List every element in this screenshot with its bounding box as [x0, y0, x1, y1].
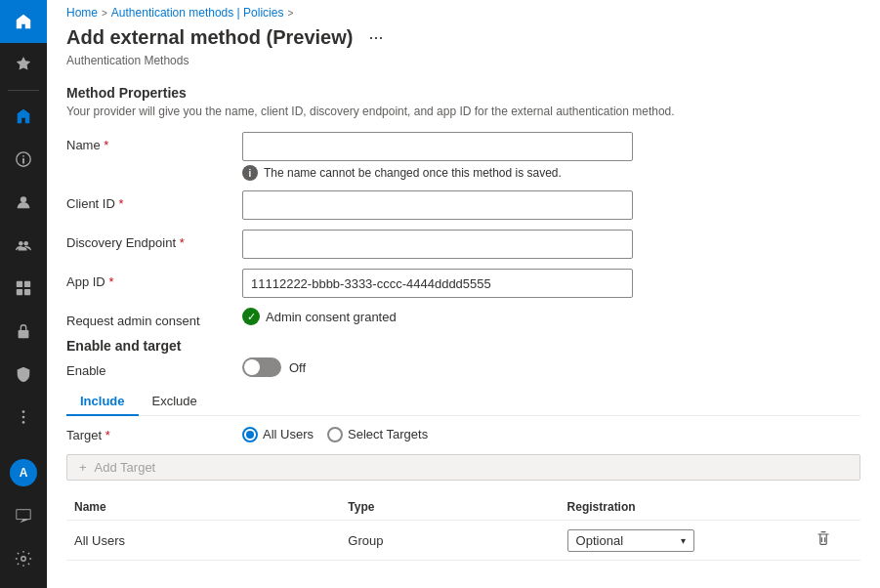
svg-rect-1 — [22, 158, 24, 163]
page-subtitle: Authentication Methods — [47, 54, 880, 75]
trash-icon — [816, 530, 831, 546]
method-properties-heading: Method Properties — [66, 85, 860, 101]
discovery-endpoint-row: Discovery Endpoint * — [66, 230, 860, 259]
row-name: All Users — [66, 521, 340, 561]
sidebar: A — [0, 0, 47, 588]
client-id-label: Client ID * — [66, 190, 242, 211]
registration-select[interactable]: Optional ▾ — [567, 529, 694, 552]
svg-point-4 — [19, 241, 23, 246]
svg-rect-6 — [17, 281, 22, 287]
svg-point-13 — [22, 421, 25, 424]
radio-all-users[interactable]: All Users — [242, 427, 314, 442]
svg-point-12 — [22, 416, 25, 419]
enable-state-label: Off — [289, 360, 306, 375]
sidebar-item-feedback[interactable] — [0, 494, 47, 537]
sidebar-item-more[interactable] — [0, 396, 47, 439]
enable-toggle[interactable] — [242, 357, 281, 377]
name-input-wrap: i The name cannot be changed once this m… — [242, 132, 633, 181]
consent-check-icon: ✓ — [242, 308, 260, 325]
info-icon: i — [242, 165, 258, 181]
svg-point-11 — [22, 410, 25, 413]
radio-circle-select-targets — [327, 427, 343, 442]
tab-include[interactable]: Include — [66, 388, 139, 416]
form-area: Method Properties Your provider will giv… — [47, 75, 880, 588]
svg-point-14 — [21, 557, 26, 562]
admin-consent-text: Admin consent granted — [266, 310, 397, 324]
method-properties-desc: Your provider will give you the name, cl… — [66, 105, 860, 118]
row-delete — [806, 521, 860, 561]
toggle-knob — [244, 359, 260, 375]
col-header-type: Type — [340, 494, 559, 521]
more-options-button[interactable]: ··· — [362, 25, 389, 50]
delete-row-button[interactable] — [814, 528, 833, 552]
page-header: Add external method (Preview) ··· — [47, 21, 880, 54]
target-radio-group: All Users Select Targets — [242, 427, 428, 442]
table-row: All Users Group Optional ▾ — [66, 521, 860, 561]
add-target-button: + Add Target — [66, 454, 860, 481]
sidebar-item-protection[interactable] — [0, 353, 47, 396]
avatar: A — [10, 459, 37, 486]
app-id-input-wrap — [242, 269, 633, 298]
admin-consent-status: ✓ Admin consent granted — [242, 308, 397, 325]
breadcrumb-sep2: > — [287, 8, 293, 19]
client-id-input[interactable] — [242, 190, 633, 220]
discovery-endpoint-input[interactable] — [242, 230, 633, 259]
target-label: Target * — [66, 426, 242, 442]
admin-consent-row: Request admin consent ✓ Admin consent gr… — [66, 308, 860, 328]
add-target-label: Add Target — [95, 460, 156, 475]
enable-row: Enable Off — [66, 357, 860, 378]
client-id-input-wrap — [242, 190, 633, 220]
admin-consent-label: Request admin consent — [66, 308, 242, 328]
page-title: Add external method (Preview) — [66, 26, 353, 49]
sidebar-item-azure-ad[interactable] — [0, 95, 47, 138]
sidebar-item-apps[interactable] — [0, 267, 47, 310]
enable-target-heading: Enable and target — [66, 338, 860, 354]
sidebar-item-info[interactable] — [0, 138, 47, 181]
breadcrumb-sep1: > — [102, 8, 107, 19]
name-input[interactable] — [242, 132, 633, 161]
sidebar-item-favorites[interactable] — [0, 43, 47, 86]
sidebar-item-home[interactable] — [0, 0, 47, 43]
col-header-name: Name — [66, 494, 340, 521]
radio-label-select-targets: Select Targets — [348, 427, 428, 441]
include-exclude-tabs: Include Exclude — [66, 388, 860, 416]
radio-label-all-users: All Users — [263, 427, 314, 441]
breadcrumb-policies[interactable]: Authentication methods | Policies — [111, 6, 284, 20]
sidebar-item-users[interactable] — [0, 181, 47, 224]
breadcrumb-home[interactable]: Home — [66, 6, 98, 20]
sidebar-item-settings[interactable] — [0, 537, 47, 580]
radio-dot-all-users — [246, 431, 254, 439]
chevron-down-icon: ▾ — [681, 535, 686, 546]
name-row: Name * i The name cannot be changed once… — [66, 132, 860, 181]
svg-point-3 — [21, 196, 26, 202]
target-row: Target * All Users Select Targets — [66, 426, 860, 442]
svg-rect-7 — [24, 281, 30, 287]
sidebar-divider — [8, 90, 39, 91]
main-content: Home > Authentication methods | Policies… — [47, 0, 880, 588]
name-label: Name * — [66, 132, 242, 152]
radio-circle-all-users — [242, 427, 258, 442]
svg-point-5 — [23, 241, 28, 246]
add-target-plus-icon: + — [79, 460, 87, 475]
row-type: Group — [340, 521, 559, 561]
discovery-endpoint-label: Discovery Endpoint * — [66, 230, 242, 250]
enable-label: Enable — [66, 357, 242, 378]
radio-select-targets[interactable]: Select Targets — [327, 427, 428, 442]
sidebar-item-avatar[interactable]: A — [0, 451, 47, 494]
row-registration: Optional ▾ — [560, 521, 806, 561]
registration-select-text: Optional — [576, 533, 623, 548]
app-id-label: App ID * — [66, 269, 242, 289]
name-note: i The name cannot be changed once this m… — [242, 165, 633, 181]
app-id-input[interactable] — [242, 269, 633, 298]
enable-toggle-wrap: Off — [242, 357, 306, 377]
svg-rect-9 — [24, 289, 30, 295]
discovery-endpoint-input-wrap — [242, 230, 633, 259]
breadcrumb: Home > Authentication methods | Policies… — [47, 0, 880, 21]
sidebar-item-groups[interactable] — [0, 224, 47, 267]
client-id-row: Client ID * — [66, 190, 860, 220]
sidebar-item-security[interactable] — [0, 310, 47, 353]
col-header-registration: Registration — [560, 494, 806, 521]
svg-rect-10 — [19, 330, 29, 338]
tab-exclude[interactable]: Exclude — [139, 388, 211, 416]
col-header-delete — [806, 494, 860, 521]
